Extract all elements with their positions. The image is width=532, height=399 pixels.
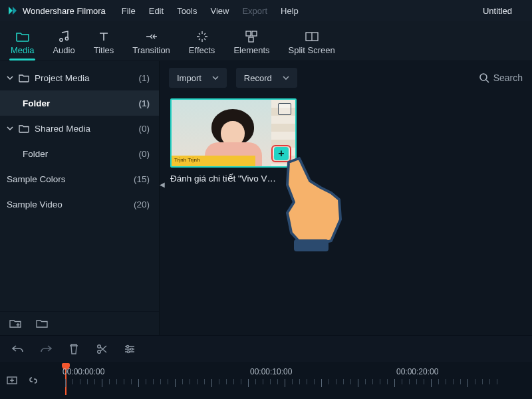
tab-transition[interactable]: Transition [132,31,170,61]
split-screen-icon [305,31,319,43]
clip-thumbnail[interactable]: Trịnh Trịnh + [170,98,297,168]
import-label: Import [177,73,201,83]
sidebar-item-sample-colors[interactable]: Sample Colors (15) [0,166,159,192]
sidebar-item-label: Sample Video [7,200,63,209]
timeline[interactable]: 00:00:00:00 00:00:10:00 00:00:20:00 [0,362,532,399]
timeline-ruler[interactable]: 00:00:00:00 00:00:10:00 00:00:20:00 [53,362,532,399]
menu-edit[interactable]: Edit [149,6,164,16]
menu-export: Export [242,6,267,16]
search-icon [479,72,489,83]
time-label: 00:00:00:00 [63,367,104,376]
sparkle-icon [196,31,209,43]
item-count: (15) [134,174,150,184]
item-count: (0) [139,149,150,159]
link-tracks-button[interactable] [28,375,39,386]
app-name: Wondershare Filmora [23,6,106,16]
timeline-toolbar [0,335,532,362]
video-clip-icon [278,103,291,115]
clip-title: Đánh giá chi tiết "Vivo V… [170,173,297,184]
sidebar-item-project-media[interactable]: Project Media (1) [0,65,159,90]
svg-point-14 [127,350,129,352]
chevron-down-icon [7,74,13,81]
chevron-down-icon [212,75,219,80]
media-clip[interactable]: Trịnh Trịnh + Đánh giá chi tiết "Vivo V… [170,98,297,184]
svg-point-13 [130,348,132,350]
svg-rect-4 [249,37,253,42]
import-dropdown[interactable]: Import [169,68,227,88]
media-content: Import Record Search Trịnh Trịnh [160,61,532,335]
redo-button[interactable] [40,343,52,355]
search-input[interactable]: Search [479,72,523,83]
tab-titles[interactable]: Titles [94,31,114,61]
folder-icon [19,124,29,133]
sidebar-item-label: Sample Colors [7,174,66,184]
text-icon [97,31,110,43]
sidebar-item-label: Shared Media [35,124,90,134]
menu-file[interactable]: File [122,6,136,16]
sidebar-item-sample-video[interactable]: Sample Video (20) [0,192,159,217]
record-dropdown[interactable]: Record [236,68,297,88]
search-placeholder: Search [493,72,523,83]
tab-titles-label: Titles [94,45,114,55]
menu-bar: File Edit Tools View Export Help [122,6,299,16]
menu-help[interactable]: Help [281,6,299,16]
transition-icon [145,31,158,43]
music-note-icon [57,31,70,43]
sidebar-item-label: Folder [23,149,48,159]
tab-effects-label: Effects [189,45,215,55]
folder-open-icon[interactable] [36,319,48,329]
svg-point-11 [98,350,101,353]
tab-media[interactable]: Media [11,31,34,61]
menu-tools[interactable]: Tools [177,6,197,16]
delete-button[interactable] [68,343,80,355]
sidebar-item-label: Project Media [35,73,90,83]
titlebar: Wondershare Filmora File Edit Tools View… [0,0,532,21]
adjust-button[interactable] [124,343,136,355]
svg-point-1 [65,37,68,40]
item-count: (1) [139,98,150,108]
svg-point-12 [126,345,128,347]
svg-rect-2 [246,31,251,36]
add-to-timeline-button[interactable]: + [274,147,289,160]
split-button[interactable] [96,343,108,355]
tab-elements[interactable]: Elements [233,31,269,61]
svg-point-0 [60,39,63,41]
tab-split-screen[interactable]: Split Screen [289,31,335,61]
elements-icon [245,31,258,43]
svg-point-10 [98,344,101,348]
tab-elements-label: Elements [233,45,269,55]
sidebar-item-folder[interactable]: Folder (0) [0,141,159,166]
svg-rect-9 [294,239,329,251]
document-title: Untitled [483,6,512,16]
tab-split-label: Split Screen [289,45,335,55]
tab-transition-label: Transition [132,45,170,55]
item-count: (20) [134,200,150,209]
item-count: (0) [139,124,150,134]
time-label: 00:00:10:00 [250,367,292,376]
new-folder-icon[interactable] [9,319,21,329]
folder-icon [19,74,29,82]
svg-line-8 [486,80,489,82]
app-logo-icon [7,5,19,17]
chevron-down-icon [7,125,13,132]
undo-button[interactable] [12,343,24,355]
tab-audio-label: Audio [53,45,74,55]
menu-view[interactable]: View [210,6,229,16]
sidebar-item-shared-media[interactable]: Shared Media (0) [0,116,159,141]
tab-media-label: Media [11,45,34,55]
time-label: 00:00:20:00 [396,367,438,376]
tab-audio[interactable]: Audio [53,31,74,61]
chevron-down-icon [283,75,289,80]
add-track-button[interactable] [7,375,17,386]
svg-rect-3 [252,31,257,36]
thumbnail-banner: Trịnh Trịnh [172,156,255,166]
tab-effects[interactable]: Effects [189,31,215,61]
main-tabs: Media Audio Titles Transition Effects El… [0,21,532,61]
sidebar-bottom-tools [0,311,159,335]
sidebar-item-label: Folder [23,98,50,108]
record-label: Record [244,73,272,83]
sidebar-item-folder-selected[interactable]: Folder (1) [0,90,159,116]
svg-point-7 [480,74,487,80]
folder-icon [16,31,29,43]
add-highlight: + [271,145,291,162]
